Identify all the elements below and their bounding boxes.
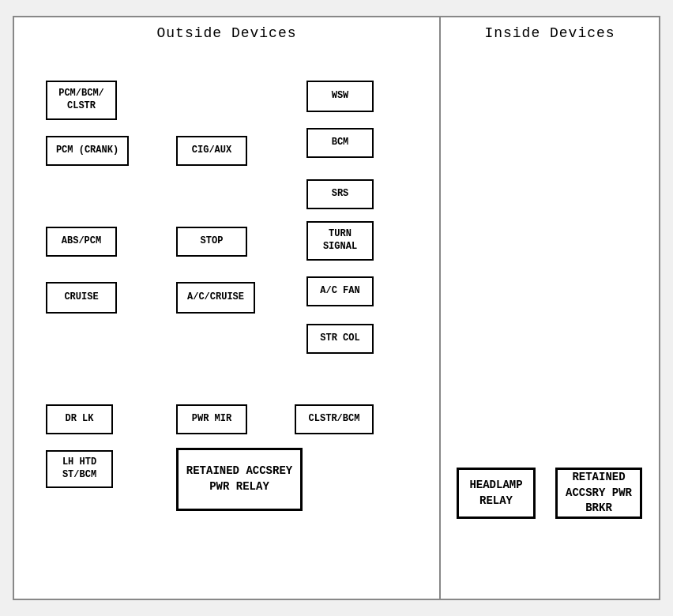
device-box-dr-lk: DR LK [46,404,113,434]
device-box-clstr-bcm: CLSTR/BCM [295,404,374,434]
diagram-container: Outside Devices PCM/BCM/ CLSTRWSWPCM (CR… [13,16,660,600]
inside-panel: Inside Devices HEADLAMP RELAYRETAINED AC… [441,17,659,599]
device-box-lh-htd-st-bcm: LH HTD ST/BCM [46,450,113,488]
device-box-srs: SRS [306,179,374,209]
device-box-stop: STOP [176,227,247,257]
device-box-cruise: CRUISE [46,282,117,314]
device-box-headlamp-relay: HEADLAMP RELAY [457,468,536,519]
outside-panel-title: Outside Devices [22,25,431,41]
device-box-pcm-bcm-clstr: PCM/BCM/ CLSTR [46,81,117,120]
device-box-wsw: WSW [306,81,374,112]
device-box-ac-fan: A/C FAN [306,276,374,306]
device-box-bcm: BCM [306,128,374,158]
device-box-pwr-mir: PWR MIR [176,404,247,434]
device-box-abs-pcm: ABS/PCM [46,227,117,257]
inside-panel-title: Inside Devices [449,25,651,41]
device-box-turn-signal: TURN SIGNAL [306,221,374,261]
device-box-pcm-crank: PCM (CRANK) [46,136,129,166]
outside-panel: Outside Devices PCM/BCM/ CLSTRWSWPCM (CR… [14,17,441,599]
device-box-retained-accsry-pwr-brkr: RETAINED ACCSRY PWR BRKR [555,468,642,519]
device-box-cig-aux: CIG/AUX [176,136,247,166]
device-box-retained-accsrey: RETAINED ACCSREY PWR RELAY [176,448,303,511]
device-box-ac-cruise: A/C/CRUISE [176,282,255,314]
device-box-str-col: STR COL [306,324,374,354]
